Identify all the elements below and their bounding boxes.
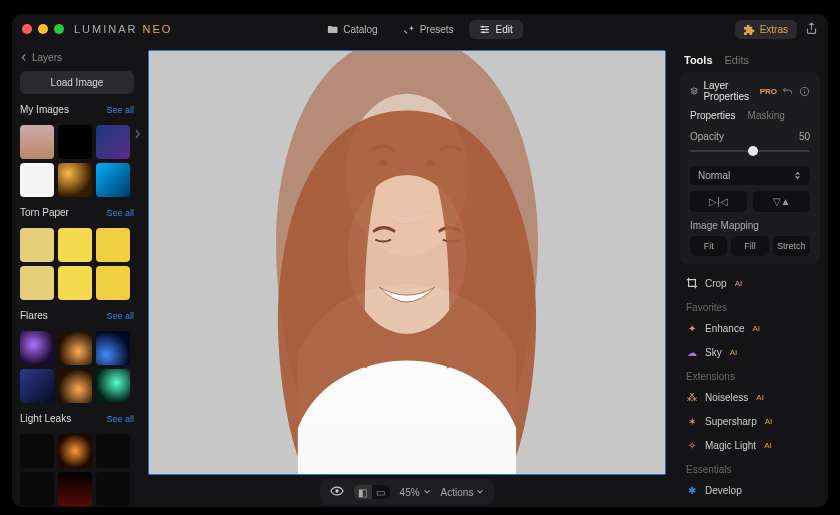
tool-enhance[interactable]: ✦ EnhanceAI (676, 317, 824, 339)
thumb[interactable] (96, 434, 130, 468)
thumb[interactable] (20, 331, 54, 365)
image-canvas[interactable] (148, 50, 666, 475)
section-extensions: Extensions (676, 365, 824, 384)
group-flares-header: Flares See all (20, 310, 134, 321)
load-image-button[interactable]: Load Image (20, 71, 134, 94)
thumb[interactable] (96, 163, 130, 197)
zoom-dropdown[interactable]: 45% (400, 487, 431, 498)
preview-toggle[interactable] (330, 484, 344, 500)
thumb[interactable] (96, 331, 130, 365)
thumb[interactable] (58, 331, 92, 365)
svg-point-1 (486, 28, 488, 30)
right-tabs: Tools Edits (676, 50, 824, 72)
thumb[interactable] (20, 266, 54, 300)
subtab-masking[interactable]: Masking (748, 110, 785, 121)
flip-vertical-button[interactable]: ▽▲ (753, 191, 810, 212)
opacity-label: Opacity (690, 131, 724, 142)
flip-horizontal-button[interactable]: ▷|◁ (690, 191, 747, 212)
tool-sky[interactable]: ☁ SkyAI (676, 341, 824, 363)
thumb[interactable] (58, 369, 92, 403)
thumb[interactable] (20, 228, 54, 262)
thumb[interactable] (58, 125, 92, 159)
edit-button[interactable]: Edit (470, 20, 523, 39)
opacity-slider[interactable] (690, 144, 810, 158)
center-area: ◧▭ 45% Actions (142, 44, 672, 507)
magic-icon: ✧ (686, 439, 698, 451)
image-mapping-label: Image Mapping (690, 220, 810, 231)
blend-mode-dropdown[interactable]: Normal (690, 166, 810, 185)
group-torn-paper-header: Torn Paper See all (20, 207, 134, 218)
share-icon (805, 22, 818, 35)
chevron-down-icon (476, 488, 484, 496)
sparkle-icon: ✦ (686, 322, 698, 334)
flares-thumbs (20, 331, 134, 403)
thumb[interactable] (58, 228, 92, 262)
subtab-properties[interactable]: Properties (690, 110, 736, 121)
pro-badge: PRO (760, 87, 777, 96)
titlebar: LUMINAR NEO Catalog Presets Edit Extras (12, 14, 828, 44)
section-favorites: Favorites (676, 296, 824, 315)
thumb[interactable] (58, 163, 92, 197)
panel-title: Layer Properties (703, 80, 754, 102)
thumb[interactable] (20, 434, 54, 468)
app-window: LUMINAR NEO Catalog Presets Edit Extras (12, 14, 828, 507)
see-all-link[interactable]: See all (106, 105, 134, 115)
tab-edits[interactable]: Edits (725, 54, 749, 66)
window-controls (22, 24, 64, 34)
opacity-value: 50 (799, 131, 810, 142)
thumb[interactable] (20, 369, 54, 403)
thumb[interactable] (20, 472, 54, 506)
mapping-fill-button[interactable]: Fill (731, 236, 768, 256)
tool-erase[interactable]: ◒ Erase (676, 503, 824, 507)
chevron-down-icon (423, 488, 431, 496)
see-all-link[interactable]: See all (106, 311, 134, 321)
layers-header[interactable]: Layers (20, 50, 134, 65)
thumb[interactable] (96, 369, 130, 403)
mapping-fit-button[interactable]: Fit (690, 236, 727, 256)
see-all-link[interactable]: See all (106, 208, 134, 218)
tool-supersharp[interactable]: ✶ SupersharpAI (676, 410, 824, 432)
thumb[interactable] (96, 472, 130, 506)
presets-button[interactable]: Presets (394, 20, 464, 39)
tool-magiclight[interactable]: ✧ Magic LightAI (676, 434, 824, 456)
actions-dropdown[interactable]: Actions (441, 487, 485, 498)
tab-tools[interactable]: Tools (684, 54, 713, 66)
thumb[interactable] (96, 228, 130, 262)
group-my-images-header: My Images See all (20, 104, 134, 115)
brand-right: NEO (138, 23, 173, 35)
thumb[interactable] (58, 266, 92, 300)
group-light-leaks-header: Light Leaks See all (20, 413, 134, 424)
mapping-stretch-button[interactable]: Stretch (773, 236, 810, 256)
compare-mode-toggle[interactable]: ◧▭ (354, 485, 390, 499)
thumb[interactable] (20, 125, 54, 159)
thumb[interactable] (58, 434, 92, 468)
thumb[interactable] (20, 163, 54, 197)
updown-icon (793, 171, 802, 180)
brand-left: LUMINAR (74, 23, 138, 35)
folder-icon (327, 24, 338, 35)
sidebar-expand-handle[interactable] (134, 124, 142, 148)
tool-develop[interactable]: ✱ Develop (676, 479, 824, 501)
tool-noiseless[interactable]: ⁂ NoiselessAI (676, 386, 824, 408)
noise-icon: ⁂ (686, 391, 698, 403)
puzzle-icon (744, 24, 755, 35)
catalog-button[interactable]: Catalog (317, 20, 387, 39)
fullscreen-window-button[interactable] (54, 24, 64, 34)
extras-button[interactable]: Extras (735, 20, 797, 39)
app-body: Layers Load Image My Images See all Torn… (12, 44, 828, 507)
thumb[interactable] (58, 472, 92, 506)
info-icon[interactable] (799, 86, 810, 97)
svg-point-2 (483, 31, 485, 33)
develop-icon: ✱ (686, 484, 698, 496)
tool-list: CropAI Favorites ✦ EnhanceAI ☁ SkyAI Ext… (676, 272, 824, 507)
minimize-window-button[interactable] (38, 24, 48, 34)
see-all-link[interactable]: See all (106, 414, 134, 424)
tool-crop[interactable]: CropAI (676, 272, 824, 294)
my-images-thumbs (20, 125, 134, 197)
share-button[interactable] (805, 22, 818, 37)
thumb[interactable] (96, 266, 130, 300)
undo-icon[interactable] (782, 86, 793, 97)
close-window-button[interactable] (22, 24, 32, 34)
thumb[interactable] (96, 125, 130, 159)
group-label: Torn Paper (20, 207, 69, 218)
